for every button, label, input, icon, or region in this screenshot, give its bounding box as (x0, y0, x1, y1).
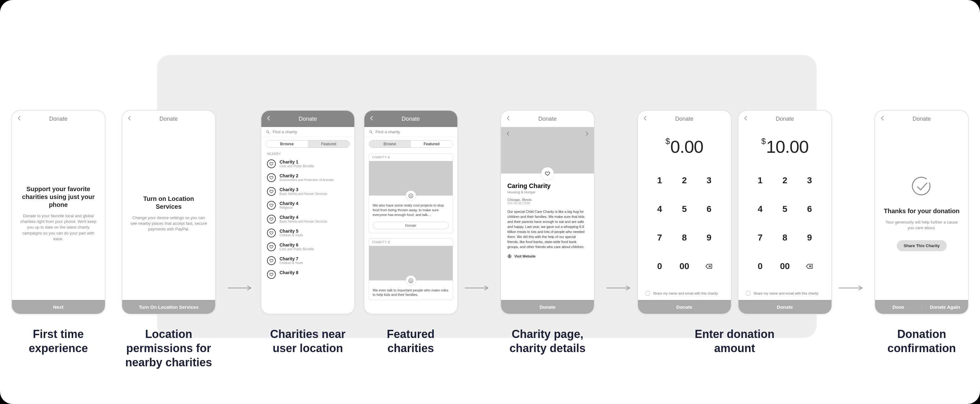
keypad-key-9[interactable]: 9 (797, 224, 822, 252)
share-checkbox-row[interactable]: Share my name and email with this charit… (738, 287, 831, 300)
keypad-key-6[interactable]: 6 (697, 195, 721, 224)
charity-name: Charity 3 (280, 187, 327, 192)
heart-icon[interactable] (267, 243, 276, 251)
keypad-backspace-icon[interactable] (797, 252, 822, 281)
donate-button[interactable]: Donate (501, 300, 594, 314)
keypad-key-7[interactable]: 7 (648, 224, 672, 252)
heart-icon[interactable] (267, 187, 276, 196)
heart-icon[interactable] (267, 173, 276, 182)
donate-button[interactable]: Donate (738, 300, 831, 314)
keypad-key-1[interactable]: 1 (648, 166, 672, 195)
keypad-key-6[interactable]: 6 (797, 195, 822, 224)
keypad-key-0[interactable]: 0 (748, 252, 773, 281)
checkbox-icon[interactable] (746, 291, 750, 295)
card-donate-button[interactable]: Donate (373, 222, 449, 229)
keypad-key-5[interactable]: 5 (672, 195, 697, 224)
back-icon[interactable] (880, 115, 886, 123)
checkbox-icon[interactable] (646, 291, 650, 295)
header-title: Donate (159, 116, 178, 122)
stage-label: Featured charities (364, 327, 458, 355)
location-title: Turn on Location Services (130, 195, 207, 211)
keypad-key-2[interactable]: 2 (772, 166, 797, 195)
back-icon[interactable] (127, 115, 133, 123)
flow-arrow-icon (838, 285, 864, 292)
visit-website-link[interactable]: Visit Website (507, 254, 588, 259)
keypad-key-1[interactable]: 1 (748, 166, 773, 195)
screen-body: $10.00 123456789000 Share my name and em… (738, 127, 831, 300)
charity-list-item[interactable]: Charity 6Civic and Public Benefits (261, 240, 354, 254)
keypad-key-3[interactable]: 3 (797, 166, 822, 195)
keypad-key-4[interactable]: 4 (748, 195, 773, 224)
charity-list-item[interactable]: Charity 3Basic Needs and Human Services (261, 185, 354, 198)
heart-icon[interactable] (267, 201, 276, 210)
keypad-key-4[interactable]: 4 (648, 195, 672, 224)
keypad-key-8[interactable]: 8 (672, 224, 697, 252)
keypad-key-3[interactable]: 3 (697, 166, 721, 195)
keypad-key-9[interactable]: 9 (697, 224, 721, 252)
search-input[interactable]: Find a charity (364, 127, 457, 137)
back-icon[interactable] (743, 115, 749, 123)
donate-again-button[interactable]: Donate Again (922, 304, 968, 310)
confirmation-title: Thanks for your donation (884, 207, 959, 215)
heart-icon[interactable] (267, 215, 276, 224)
svg-line-2 (269, 133, 270, 134)
back-icon[interactable] (505, 115, 512, 123)
next-image-icon[interactable] (584, 131, 590, 138)
charity-list-item[interactable]: Charity 7Children & Youth (261, 254, 354, 268)
stage-label: Enter donation amount (678, 327, 791, 355)
back-icon[interactable] (642, 115, 649, 123)
next-button[interactable]: Next (12, 300, 105, 314)
charity-name: Charity 4 (280, 215, 327, 220)
keypad-key-0[interactable]: 0 (648, 252, 672, 281)
keypad-backspace-icon[interactable] (697, 252, 721, 281)
charity-card[interactable]: CHARITY A We also have some really cool … (369, 153, 453, 233)
keypad-key-00[interactable]: 00 (672, 252, 697, 281)
charity-card[interactable]: CHARITY B We even talk to important peop… (369, 238, 453, 300)
enable-location-button[interactable]: Turn On Location Services (122, 300, 215, 314)
favorite-button[interactable] (541, 167, 554, 180)
search-input[interactable]: Find a charity (261, 127, 354, 137)
heart-icon[interactable] (267, 256, 276, 265)
charity-list-item[interactable]: Charity 4Basic Needs and Human Services (261, 212, 354, 226)
charity-list-item[interactable]: Charity 2Environment and Protection of A… (261, 171, 354, 185)
svg-point-6 (410, 195, 410, 196)
heart-icon[interactable] (267, 228, 276, 237)
search-placeholder: Find a charity (375, 129, 400, 134)
segment-control[interactable]: Browse Featured (369, 140, 453, 148)
heart-icon[interactable] (267, 270, 276, 279)
charity-logo-icon (406, 275, 416, 286)
charity-logo-icon (406, 190, 416, 201)
share-charity-button[interactable]: Share This Charity (897, 240, 947, 251)
back-icon[interactable] (16, 115, 22, 123)
charity-list-item[interactable]: Charity 1Civic and Public Benefits (261, 157, 354, 171)
segment-control[interactable]: Browse Featured (266, 140, 350, 148)
heart-icon[interactable] (267, 160, 276, 168)
flow-arrow-icon (227, 285, 252, 292)
charity-list-item[interactable]: Charity 4Religious (261, 198, 354, 212)
keypad-key-8[interactable]: 8 (772, 224, 797, 252)
donate-button[interactable]: Donate (638, 300, 731, 314)
tab-featured[interactable]: Featured (308, 141, 350, 147)
keypad-key-00[interactable]: 00 (772, 252, 797, 281)
header-title: Donate (776, 116, 794, 122)
keypad-key-5[interactable]: 5 (772, 195, 797, 224)
charity-list-item[interactable]: Charity 8 (261, 268, 354, 281)
tab-browse[interactable]: Browse (266, 141, 308, 147)
keypad-key-7[interactable]: 7 (748, 224, 773, 252)
back-icon[interactable] (369, 115, 375, 123)
done-button[interactable]: Done (875, 304, 922, 310)
prev-image-icon[interactable] (505, 131, 511, 138)
screen-header: Donate (12, 111, 105, 127)
charity-name: Caring Charity (507, 182, 588, 190)
charity-list-item[interactable]: Charity 5Children & Youth (261, 226, 354, 240)
share-checkbox-row[interactable]: Share my name and email with this charit… (638, 287, 731, 300)
flow-arrow-icon (606, 285, 631, 292)
tab-browse[interactable]: Browse (369, 141, 411, 147)
tab-featured[interactable]: Featured (411, 141, 453, 147)
svg-point-3 (369, 131, 372, 133)
back-icon[interactable] (266, 115, 272, 123)
footer-buttons: Done Donate Again (875, 300, 968, 314)
stage-location: Donate Turn on Location Services Change … (116, 110, 221, 369)
charity-category: Children & Youth (280, 233, 303, 237)
keypad-key-2[interactable]: 2 (672, 166, 697, 195)
